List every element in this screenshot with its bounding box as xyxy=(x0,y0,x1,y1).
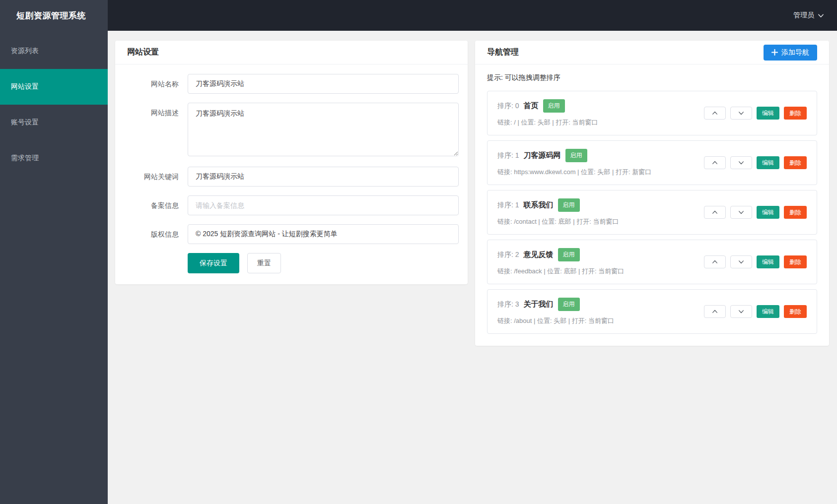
icp-info-label: 备案信息 xyxy=(127,195,179,215)
nav-management-title: 导航管理 xyxy=(487,47,519,58)
move-up-button[interactable] xyxy=(704,305,726,318)
nav-meta: 链接: /contact | 位置: 底部 | 打开: 当前窗口 xyxy=(497,217,619,226)
user-name: 管理员 xyxy=(793,11,814,20)
delete-button[interactable]: 删除 xyxy=(784,255,807,268)
site-description-label: 网站描述 xyxy=(127,103,179,158)
site-description-textarea[interactable]: 刀客源码演示站 xyxy=(188,103,459,156)
move-up-button[interactable] xyxy=(704,156,726,169)
site-name-input[interactable] xyxy=(188,74,459,94)
nav-meta: 链接: / | 位置: 头部 | 打开: 当前窗口 xyxy=(497,118,598,127)
site-settings-header: 网站设置 xyxy=(115,41,468,64)
nav-meta: 链接: /feedback | 位置: 底部 | 打开: 当前窗口 xyxy=(497,267,624,276)
chevron-down-icon xyxy=(738,160,744,166)
edit-button[interactable]: 编辑 xyxy=(757,305,779,318)
site-settings-form: 网站名称 网站描述 刀客源码演示站 网站关键词 xyxy=(115,64,468,284)
icp-info-input[interactable] xyxy=(188,195,459,215)
chevron-down-icon xyxy=(818,12,824,19)
topbar: 管理员 xyxy=(108,0,837,31)
copyright-input[interactable] xyxy=(188,224,459,244)
nav-meta: 链接: https:www.dkewl.com | 位置: 头部 | 打开: 新… xyxy=(497,168,651,177)
nav-order: 排序: 3 xyxy=(497,300,519,309)
nav-item-feedback[interactable]: 排序: 2 意见反馈 启用 链接: /feedback | 位置: 底部 | 打… xyxy=(487,240,817,284)
status-badge: 启用 xyxy=(558,298,580,311)
status-badge: 启用 xyxy=(558,248,580,261)
form-actions: 保存设置 重置 xyxy=(188,253,459,273)
sidebar-item-resource-list[interactable]: 资源列表 xyxy=(0,33,108,69)
move-up-button[interactable] xyxy=(704,107,726,120)
add-nav-button[interactable]: 添加导航 xyxy=(764,45,817,61)
nav-management-header: 导航管理 添加导航 xyxy=(475,41,829,64)
site-name-label: 网站名称 xyxy=(127,74,179,94)
chevron-down-icon xyxy=(738,110,744,116)
move-down-button[interactable] xyxy=(730,255,752,268)
status-badge: 启用 xyxy=(565,149,587,162)
form-row-copyright: 版权信息 xyxy=(127,224,459,244)
sidebar-menu: 资源列表 网站设置 账号设置 需求管理 xyxy=(0,31,108,176)
edit-button[interactable]: 编辑 xyxy=(757,255,779,268)
nav-order: 排序: 0 xyxy=(497,102,519,111)
edit-button[interactable]: 编辑 xyxy=(757,156,779,169)
drag-sort-hint: 提示: 可以拖拽调整排序 xyxy=(487,73,817,82)
form-row-site-name: 网站名称 xyxy=(127,74,459,94)
nav-name: 首页 xyxy=(524,101,539,111)
nav-item-home[interactable]: 排序: 0 首页 启用 链接: / | 位置: 头部 | 打开: 当前窗口 xyxy=(487,91,817,135)
move-down-button[interactable] xyxy=(730,156,752,169)
edit-button[interactable]: 编辑 xyxy=(757,107,779,120)
move-down-button[interactable] xyxy=(730,107,752,120)
plus-icon xyxy=(771,49,778,56)
nav-order: 排序: 2 xyxy=(497,251,519,259)
reset-button[interactable]: 重置 xyxy=(247,253,281,273)
chevron-up-icon xyxy=(712,160,718,166)
save-settings-button[interactable]: 保存设置 xyxy=(188,253,239,273)
form-row-icp-info: 备案信息 xyxy=(127,195,459,215)
nav-name: 意见反馈 xyxy=(524,250,554,259)
status-badge: 启用 xyxy=(543,99,565,113)
chevron-up-icon xyxy=(712,309,718,315)
sidebar: 短剧资源管理系统 资源列表 网站设置 账号设置 需求管理 xyxy=(0,0,108,504)
nav-list: 提示: 可以拖拽调整排序 排序: 0 首页 启用 链接: / | 位置: 头部 … xyxy=(475,64,829,346)
delete-button[interactable]: 删除 xyxy=(784,305,807,318)
delete-button[interactable]: 删除 xyxy=(784,206,807,219)
add-nav-label: 添加导航 xyxy=(781,48,809,57)
site-settings-panel: 网站设置 网站名称 网站描述 刀客源码演示站 网站关键词 xyxy=(115,41,468,284)
nav-meta: 链接: /about | 位置: 头部 | 打开: 当前窗口 xyxy=(497,316,614,325)
copyright-label: 版权信息 xyxy=(127,224,179,244)
form-row-site-keywords: 网站关键词 xyxy=(127,167,459,187)
chevron-up-icon xyxy=(712,110,718,116)
form-row-site-description: 网站描述 刀客源码演示站 xyxy=(127,103,459,158)
delete-button[interactable]: 删除 xyxy=(784,107,807,120)
nav-item-about[interactable]: 排序: 3 关于我们 启用 链接: /about | 位置: 头部 | 打开: … xyxy=(487,289,817,334)
nav-item-contact[interactable]: 排序: 1 联系我们 启用 链接: /contact | 位置: 底部 | 打开… xyxy=(487,190,817,235)
status-badge: 启用 xyxy=(558,198,580,212)
move-down-button[interactable] xyxy=(730,305,752,318)
chevron-up-icon xyxy=(712,259,718,265)
delete-button[interactable]: 删除 xyxy=(784,156,807,169)
sidebar-item-account-settings[interactable]: 账号设置 xyxy=(0,105,108,140)
user-dropdown[interactable]: 管理员 xyxy=(793,11,824,20)
nav-name: 刀客源码网 xyxy=(524,151,561,160)
site-keywords-label: 网站关键词 xyxy=(127,167,179,187)
nav-management-panel: 导航管理 添加导航 提示: 可以拖拽调整排序 排序: 0 首页 xyxy=(475,41,829,346)
chevron-down-icon xyxy=(738,309,744,315)
main-column: 管理员 网站设置 网站名称 网站描述 xyxy=(108,0,837,504)
nav-order: 排序: 1 xyxy=(497,151,519,160)
nav-name: 联系我们 xyxy=(524,200,554,210)
chevron-down-icon xyxy=(738,259,744,265)
nav-item-dkewl[interactable]: 排序: 1 刀客源码网 启用 链接: https:www.dkewl.com |… xyxy=(487,140,817,185)
move-up-button[interactable] xyxy=(704,206,726,219)
edit-button[interactable]: 编辑 xyxy=(757,206,779,219)
app-logo: 短剧资源管理系统 xyxy=(0,0,108,31)
nav-name: 关于我们 xyxy=(524,300,554,309)
chevron-down-icon xyxy=(738,209,744,215)
sidebar-item-request-management[interactable]: 需求管理 xyxy=(0,140,108,176)
site-keywords-input[interactable] xyxy=(188,167,459,187)
nav-order: 排序: 1 xyxy=(497,201,519,210)
site-settings-title: 网站设置 xyxy=(127,47,159,58)
sidebar-item-site-settings[interactable]: 网站设置 xyxy=(0,69,108,105)
content-area: 网站设置 网站名称 网站描述 刀客源码演示站 网站关键词 xyxy=(108,31,837,504)
chevron-up-icon xyxy=(712,209,718,215)
move-down-button[interactable] xyxy=(730,206,752,219)
move-up-button[interactable] xyxy=(704,255,726,268)
